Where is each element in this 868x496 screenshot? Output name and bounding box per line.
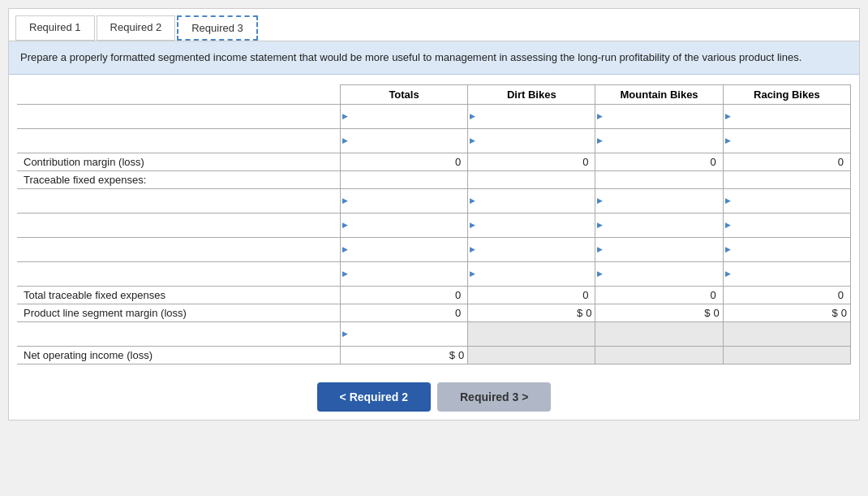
row2-totals-cell [340, 128, 467, 153]
tab-required1[interactable]: Required 1 [15, 15, 95, 41]
traceable-label: Traceable fixed expenses: [17, 170, 340, 188]
row5-racing-cell [723, 188, 850, 213]
col-header-racing: Racing Bikes [723, 84, 850, 104]
prev-button[interactable]: < Required 2 [317, 382, 431, 412]
row8-mountain-input[interactable] [595, 265, 722, 283]
row6-dirt-input[interactable] [468, 216, 595, 235]
row5-totals-input[interactable] [341, 192, 467, 210]
row1-mountain-input[interactable] [595, 107, 722, 126]
row5-totals-cell [340, 188, 467, 213]
table-row: Traceable fixed expenses: [17, 170, 851, 188]
total-traceable-totals: 0 [340, 286, 467, 304]
row5-racing-input[interactable] [724, 192, 850, 210]
row8-dirt-cell [468, 261, 595, 286]
row2-racing-cell [723, 128, 850, 153]
table-row: Product line segment margin (loss) 0 $ 0… [17, 304, 851, 321]
row2-racing-input[interactable] [724, 132, 850, 150]
row8-racing-input[interactable] [724, 265, 850, 283]
row8-label-input[interactable] [22, 265, 335, 283]
row7-racing-cell [723, 237, 850, 261]
row6-totals-cell [340, 213, 467, 237]
row2-totals-input[interactable] [341, 132, 467, 150]
col-header-mountain: Mountain Bikes [595, 84, 723, 104]
net-operating-label: Net operating income (loss) [17, 346, 340, 364]
row7-dirt-cell [468, 237, 595, 261]
row8-totals-input[interactable] [341, 265, 467, 283]
row7-totals-input[interactable] [341, 240, 467, 259]
table-row [17, 213, 851, 237]
row8-dirt-input[interactable] [468, 265, 595, 283]
row2-mountain-input[interactable] [595, 132, 722, 150]
row9-label-input[interactable] [22, 325, 335, 343]
row9-dirt-cell [468, 321, 595, 346]
row8-mountain-cell [595, 261, 723, 286]
traceable-dirt [468, 170, 595, 188]
row1-racing-input[interactable] [724, 107, 850, 126]
traceable-mountain [595, 170, 723, 188]
row2-mountain-cell [595, 128, 723, 153]
row9-totals-input[interactable] [341, 325, 467, 343]
row6-mountain-input[interactable] [595, 216, 722, 235]
table-row [17, 321, 851, 346]
contrib-margin-totals: 0 [340, 153, 467, 170]
net-operating-mountain [595, 346, 723, 364]
label-cell [17, 188, 340, 213]
income-statement-table: Totals Dirt Bikes Mountain Bikes Racing … [17, 84, 851, 364]
contrib-margin-racing: 0 [723, 153, 850, 170]
table-row [17, 261, 851, 286]
label-cell [17, 321, 340, 346]
row6-label-input[interactable] [22, 216, 335, 235]
row7-totals-cell [340, 237, 467, 261]
row1-dirt-cell [468, 104, 595, 128]
table-row [17, 237, 851, 261]
row6-mountain-cell [595, 213, 723, 237]
label-cell [17, 128, 340, 153]
row2-label-input[interactable] [22, 132, 335, 150]
label-cell [17, 104, 340, 128]
contrib-margin-label: Contribution margin (loss) [17, 153, 340, 170]
row5-mountain-input[interactable] [595, 192, 722, 210]
row7-mountain-input[interactable] [595, 240, 722, 259]
row7-label-input[interactable] [22, 240, 335, 259]
traceable-totals [340, 170, 467, 188]
row5-dirt-input[interactable] [468, 192, 595, 210]
total-traceable-racing: 0 [723, 286, 850, 304]
row2-dirt-cell [468, 128, 595, 153]
total-traceable-mountain: 0 [595, 286, 723, 304]
row5-mountain-cell [595, 188, 723, 213]
row5-label-input[interactable] [22, 192, 335, 210]
row9-mountain-cell [595, 321, 723, 346]
tab-required2[interactable]: Required 2 [97, 15, 176, 41]
label-cell [17, 261, 340, 286]
table-row: Net operating income (loss) $ 0 [17, 346, 851, 364]
net-operating-dirt [468, 346, 595, 364]
row5-dirt-cell [468, 188, 595, 213]
row7-mountain-cell [595, 237, 723, 261]
row6-totals-input[interactable] [341, 216, 467, 235]
table-row [17, 104, 851, 128]
col-header-dirt: Dirt Bikes [468, 84, 595, 104]
segment-margin-dirt: $ 0 [468, 304, 595, 321]
traceable-racing [723, 170, 850, 188]
row1-dirt-input[interactable] [468, 107, 595, 126]
table-row [17, 188, 851, 213]
row1-racing-cell [723, 104, 850, 128]
row6-racing-input[interactable] [724, 216, 850, 235]
total-traceable-label: Total traceable fixed expenses [17, 286, 340, 304]
segment-margin-label: Product line segment margin (loss) [17, 304, 340, 321]
tab-required3[interactable]: Required 3 [177, 15, 258, 41]
row2-dirt-input[interactable] [468, 132, 595, 150]
row1-label-input[interactable] [22, 107, 335, 126]
row8-racing-cell [723, 261, 850, 286]
row7-racing-input[interactable] [724, 240, 850, 259]
label-cell [17, 237, 340, 261]
table-row: Total traceable fixed expenses 0 0 0 0 [17, 286, 851, 304]
row1-totals-input[interactable] [341, 107, 467, 126]
table-row [17, 128, 851, 153]
segment-margin-totals: 0 [340, 304, 467, 321]
row6-racing-cell [723, 213, 850, 237]
row7-dirt-input[interactable] [468, 240, 595, 259]
tabs-bar: Required 1 Required 2 Required 3 [9, 9, 859, 41]
bottom-nav: < Required 2 Required 3 > [9, 371, 859, 420]
next-button[interactable]: Required 3 > [437, 382, 551, 412]
